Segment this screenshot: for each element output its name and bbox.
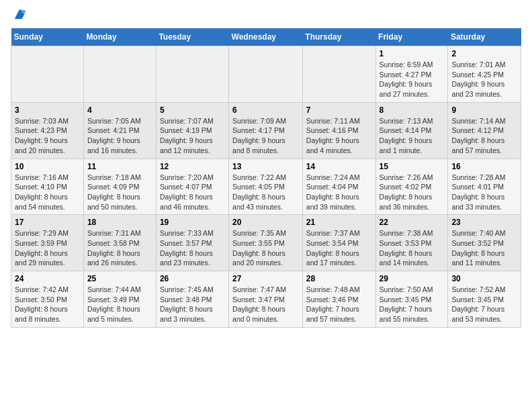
day-cell [302, 46, 375, 103]
day-cell: 2Sunrise: 7:01 AM Sunset: 4:25 PM Daylig… [448, 46, 521, 103]
day-cell: 10Sunrise: 7:16 AM Sunset: 4:10 PM Dayli… [11, 158, 84, 215]
day-cell [156, 46, 228, 103]
day-cell: 3Sunrise: 7:03 AM Sunset: 4:23 PM Daylig… [11, 102, 84, 158]
day-info: Sunrise: 7:09 AM Sunset: 4:17 PM Dayligh… [232, 116, 299, 156]
day-cell: 5Sunrise: 7:07 AM Sunset: 4:19 PM Daylig… [156, 102, 228, 158]
day-info: Sunrise: 7:44 AM Sunset: 3:49 PM Dayligh… [87, 285, 152, 324]
day-cell: 16Sunrise: 7:28 AM Sunset: 4:01 PM Dayli… [448, 158, 521, 215]
day-cell: 20Sunrise: 7:35 AM Sunset: 3:55 PM Dayli… [229, 215, 303, 271]
day-info: Sunrise: 7:18 AM Sunset: 4:09 PM Dayligh… [87, 173, 152, 212]
day-cell: 23Sunrise: 7:40 AM Sunset: 3:52 PM Dayli… [448, 215, 521, 271]
day-number: 26 [160, 274, 225, 283]
day-number: 10 [15, 162, 80, 171]
day-info: Sunrise: 7:20 AM Sunset: 4:07 PM Dayligh… [160, 173, 225, 212]
day-info: Sunrise: 7:33 AM Sunset: 3:57 PM Dayligh… [160, 228, 225, 268]
day-cell: 30Sunrise: 7:52 AM Sunset: 3:45 PM Dayli… [448, 271, 521, 328]
day-info: Sunrise: 7:37 AM Sunset: 3:54 PM Dayligh… [306, 228, 372, 268]
day-cell: 1Sunrise: 6:59 AM Sunset: 4:27 PM Daylig… [375, 46, 448, 103]
day-cell: 19Sunrise: 7:33 AM Sunset: 3:57 PM Dayli… [156, 215, 228, 271]
day-info: Sunrise: 7:38 AM Sunset: 3:53 PM Dayligh… [380, 228, 445, 268]
day-cell: 13Sunrise: 7:22 AM Sunset: 4:05 PM Dayli… [229, 158, 303, 215]
day-header-wednesday: Wednesday [229, 28, 303, 46]
day-info: Sunrise: 7:13 AM Sunset: 4:14 PM Dayligh… [380, 116, 445, 156]
day-cell: 7Sunrise: 7:11 AM Sunset: 4:16 PM Daylig… [302, 102, 375, 158]
day-info: Sunrise: 7:05 AM Sunset: 4:21 PM Dayligh… [87, 116, 152, 156]
day-info: Sunrise: 7:47 AM Sunset: 3:47 PM Dayligh… [232, 285, 299, 324]
day-info: Sunrise: 7:22 AM Sunset: 4:05 PM Dayligh… [232, 173, 299, 212]
day-number: 27 [232, 274, 299, 283]
day-info: Sunrise: 7:48 AM Sunset: 3:46 PM Dayligh… [306, 285, 372, 324]
day-info: Sunrise: 7:11 AM Sunset: 4:16 PM Dayligh… [306, 116, 372, 156]
week-row-4: 17Sunrise: 7:29 AM Sunset: 3:59 PM Dayli… [11, 215, 521, 271]
day-header-sunday: Sunday [11, 28, 84, 46]
day-number: 13 [232, 162, 299, 171]
day-info: Sunrise: 7:24 AM Sunset: 4:04 PM Dayligh… [306, 173, 372, 212]
day-number: 16 [451, 162, 517, 171]
day-number: 4 [87, 105, 152, 115]
calendar-table: SundayMondayTuesdayWednesdayThursdayFrid… [11, 28, 521, 328]
day-number: 15 [380, 162, 445, 171]
day-header-tuesday: Tuesday [156, 28, 228, 46]
day-number: 18 [87, 218, 152, 227]
day-cell: 12Sunrise: 7:20 AM Sunset: 4:07 PM Dayli… [156, 158, 228, 215]
week-row-2: 3Sunrise: 7:03 AM Sunset: 4:23 PM Daylig… [11, 102, 521, 158]
day-cell: 15Sunrise: 7:26 AM Sunset: 4:02 PM Dayli… [375, 158, 448, 215]
day-cell [229, 46, 303, 103]
day-info: Sunrise: 7:50 AM Sunset: 3:45 PM Dayligh… [380, 285, 445, 324]
day-info: Sunrise: 7:42 AM Sunset: 3:50 PM Dayligh… [15, 285, 80, 324]
day-cell: 4Sunrise: 7:05 AM Sunset: 4:21 PM Daylig… [83, 102, 156, 158]
day-cell: 8Sunrise: 7:13 AM Sunset: 4:14 PM Daylig… [375, 102, 448, 158]
day-number: 24 [15, 274, 80, 283]
day-info: Sunrise: 6:59 AM Sunset: 4:27 PM Dayligh… [380, 60, 445, 99]
day-cell: 14Sunrise: 7:24 AM Sunset: 4:04 PM Dayli… [302, 158, 375, 215]
day-header-thursday: Thursday [302, 28, 375, 46]
day-number: 1 [380, 49, 445, 58]
day-number: 30 [451, 274, 517, 283]
week-row-1: 1Sunrise: 6:59 AM Sunset: 4:27 PM Daylig… [11, 46, 521, 103]
day-info: Sunrise: 7:45 AM Sunset: 3:48 PM Dayligh… [160, 285, 225, 324]
day-cell: 6Sunrise: 7:09 AM Sunset: 4:17 PM Daylig… [229, 102, 303, 158]
week-row-5: 24Sunrise: 7:42 AM Sunset: 3:50 PM Dayli… [11, 271, 521, 328]
day-number: 14 [306, 162, 372, 171]
day-info: Sunrise: 7:35 AM Sunset: 3:55 PM Dayligh… [232, 228, 299, 268]
day-cell: 18Sunrise: 7:31 AM Sunset: 3:58 PM Dayli… [83, 215, 156, 271]
day-cell: 27Sunrise: 7:47 AM Sunset: 3:47 PM Dayli… [229, 271, 303, 328]
day-cell: 21Sunrise: 7:37 AM Sunset: 3:54 PM Dayli… [302, 215, 375, 271]
day-info: Sunrise: 7:14 AM Sunset: 4:12 PM Dayligh… [451, 116, 517, 156]
day-number: 12 [160, 162, 225, 171]
day-number: 29 [380, 274, 445, 283]
day-number: 21 [306, 218, 372, 227]
day-info: Sunrise: 7:28 AM Sunset: 4:01 PM Dayligh… [451, 173, 517, 212]
day-cell: 28Sunrise: 7:48 AM Sunset: 3:46 PM Dayli… [302, 271, 375, 328]
day-info: Sunrise: 7:01 AM Sunset: 4:25 PM Dayligh… [451, 60, 517, 99]
day-cell: 29Sunrise: 7:50 AM Sunset: 3:45 PM Dayli… [375, 271, 448, 328]
logo [11, 13, 27, 21]
day-cell: 26Sunrise: 7:45 AM Sunset: 3:48 PM Dayli… [156, 271, 228, 328]
day-info: Sunrise: 7:07 AM Sunset: 4:19 PM Dayligh… [160, 116, 225, 156]
day-cell: 22Sunrise: 7:38 AM Sunset: 3:53 PM Dayli… [375, 215, 448, 271]
day-cell: 24Sunrise: 7:42 AM Sunset: 3:50 PM Dayli… [11, 271, 84, 328]
logo-icon [12, 7, 27, 21]
day-info: Sunrise: 7:40 AM Sunset: 3:52 PM Dayligh… [451, 228, 517, 268]
day-number: 7 [306, 105, 372, 115]
day-number: 20 [232, 218, 299, 227]
day-number: 8 [380, 105, 445, 115]
day-cell: 9Sunrise: 7:14 AM Sunset: 4:12 PM Daylig… [448, 102, 521, 158]
day-info: Sunrise: 7:52 AM Sunset: 3:45 PM Dayligh… [451, 285, 517, 324]
day-cell: 17Sunrise: 7:29 AM Sunset: 3:59 PM Dayli… [11, 215, 84, 271]
day-header-monday: Monday [83, 28, 156, 46]
day-info: Sunrise: 7:31 AM Sunset: 3:58 PM Dayligh… [87, 228, 152, 268]
day-info: Sunrise: 7:26 AM Sunset: 4:02 PM Dayligh… [380, 173, 445, 212]
day-number: 2 [451, 49, 517, 58]
day-number: 6 [232, 105, 299, 115]
day-number: 9 [451, 105, 517, 115]
day-number: 25 [87, 274, 152, 283]
day-number: 17 [15, 218, 80, 227]
day-number: 11 [87, 162, 152, 171]
day-cell [83, 46, 156, 103]
day-header-saturday: Saturday [448, 28, 521, 46]
day-info: Sunrise: 7:29 AM Sunset: 3:59 PM Dayligh… [15, 228, 80, 268]
day-number: 23 [451, 218, 517, 227]
day-cell: 25Sunrise: 7:44 AM Sunset: 3:49 PM Dayli… [83, 271, 156, 328]
day-number: 19 [160, 218, 225, 227]
